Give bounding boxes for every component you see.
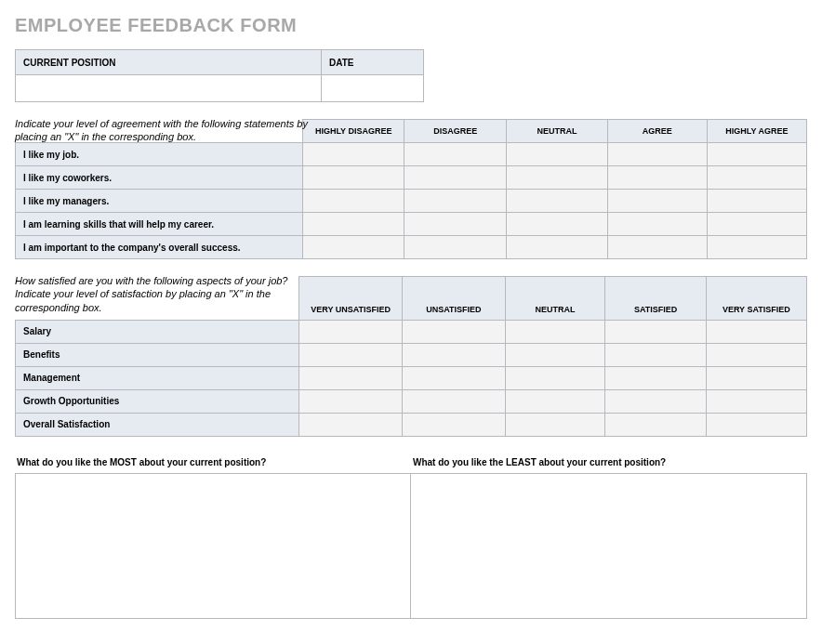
rating-cell[interactable] [607, 190, 707, 213]
rating-cell[interactable] [706, 320, 806, 343]
col-header: NEUTRAL [506, 120, 607, 143]
col-header: NEUTRAL [505, 277, 605, 321]
rating-cell[interactable] [403, 366, 506, 389]
rating-cell[interactable] [299, 343, 403, 366]
col-header: UNSATISFIED [403, 277, 506, 321]
row-label: Benefits [16, 343, 299, 366]
rating-cell[interactable] [706, 343, 806, 366]
position-label: CURRENT POSITION [16, 50, 322, 75]
free-response-section: What do you like the MOST about your cur… [15, 453, 807, 619]
rating-cell[interactable] [605, 413, 706, 436]
rating-cell[interactable] [302, 236, 404, 259]
rating-cell[interactable] [706, 366, 806, 389]
row-label: I am learning skills that will help my c… [16, 213, 303, 236]
row-label: I am important to the company's overall … [16, 236, 303, 259]
col-header: AGREE [607, 120, 707, 143]
position-input[interactable] [16, 75, 322, 102]
rating-cell[interactable] [506, 236, 607, 259]
most-answer-box[interactable] [15, 473, 411, 619]
col-header: DISAGREE [404, 120, 507, 143]
rating-cell[interactable] [299, 389, 403, 413]
row-label: Overall Satisfaction [16, 413, 299, 436]
rating-cell[interactable] [404, 190, 507, 213]
rating-cell[interactable] [506, 143, 607, 166]
rating-cell[interactable] [505, 320, 605, 343]
rating-cell[interactable] [707, 236, 806, 259]
rating-cell[interactable] [403, 413, 506, 436]
col-header: VERY SATISFIED [706, 277, 806, 321]
table-row: I like my managers. [16, 190, 807, 213]
rating-cell[interactable] [506, 190, 607, 213]
most-question: What do you like the MOST about your cur… [15, 453, 411, 473]
section1-instruction: Indicate your level of agreement with th… [15, 117, 322, 144]
rating-cell[interactable] [607, 236, 707, 259]
rating-cell[interactable] [707, 166, 806, 190]
form-title: EMPLOYEE FEEDBACK FORM [15, 15, 807, 36]
table-row: Overall Satisfaction [16, 413, 807, 436]
rating-cell[interactable] [299, 413, 403, 436]
table-row: I am important to the company's overall … [16, 236, 807, 259]
rating-cell[interactable] [302, 190, 404, 213]
rating-cell[interactable] [505, 413, 605, 436]
section2-instruction: How satisfied are you with the following… [15, 274, 322, 314]
rating-cell[interactable] [605, 320, 706, 343]
row-label: Salary [16, 320, 299, 343]
table-row: Management [16, 366, 807, 389]
rating-cell[interactable] [607, 166, 707, 190]
rating-cell[interactable] [302, 166, 404, 190]
table-row: I like my coworkers. [16, 166, 807, 190]
rating-cell[interactable] [506, 166, 607, 190]
rating-cell[interactable] [707, 190, 806, 213]
rating-cell[interactable] [404, 166, 507, 190]
rating-cell[interactable] [605, 343, 706, 366]
rating-cell[interactable] [299, 320, 403, 343]
rating-cell[interactable] [706, 389, 806, 413]
rating-cell[interactable] [404, 236, 507, 259]
table-row: Benefits [16, 343, 807, 366]
rating-cell[interactable] [505, 343, 605, 366]
rating-cell[interactable] [607, 143, 707, 166]
header-table: CURRENT POSITION DATE [15, 49, 424, 102]
row-label: I like my managers. [16, 190, 303, 213]
rating-cell[interactable] [506, 213, 607, 236]
row-label: Management [16, 366, 299, 389]
rating-cell[interactable] [706, 413, 806, 436]
rating-cell[interactable] [707, 143, 806, 166]
table-row: Growth Opportunities [16, 389, 807, 413]
table-row: I am learning skills that will help my c… [16, 213, 807, 236]
row-label: Growth Opportunities [16, 389, 299, 413]
rating-cell[interactable] [302, 213, 404, 236]
rating-cell[interactable] [302, 143, 404, 166]
rating-cell[interactable] [403, 389, 506, 413]
rating-cell[interactable] [299, 366, 403, 389]
rating-cell[interactable] [505, 366, 605, 389]
rating-cell[interactable] [607, 213, 707, 236]
rating-cell[interactable] [707, 213, 806, 236]
rating-cell[interactable] [404, 213, 507, 236]
least-question: What do you like the LEAST about your cu… [411, 453, 807, 473]
row-label: I like my job. [16, 143, 303, 166]
rating-cell[interactable] [403, 320, 506, 343]
table-row: I like my job. [16, 143, 807, 166]
rating-cell[interactable] [404, 143, 507, 166]
row-label: I like my coworkers. [16, 166, 303, 190]
rating-cell[interactable] [605, 366, 706, 389]
rating-cell[interactable] [403, 343, 506, 366]
date-label: DATE [322, 50, 424, 75]
col-header: SATISFIED [605, 277, 706, 321]
col-header: HIGHLY AGREE [707, 120, 806, 143]
table-row: Salary [16, 320, 807, 343]
rating-cell[interactable] [605, 389, 706, 413]
least-answer-box[interactable] [411, 473, 807, 619]
rating-cell[interactable] [505, 389, 605, 413]
date-input[interactable] [322, 75, 424, 102]
